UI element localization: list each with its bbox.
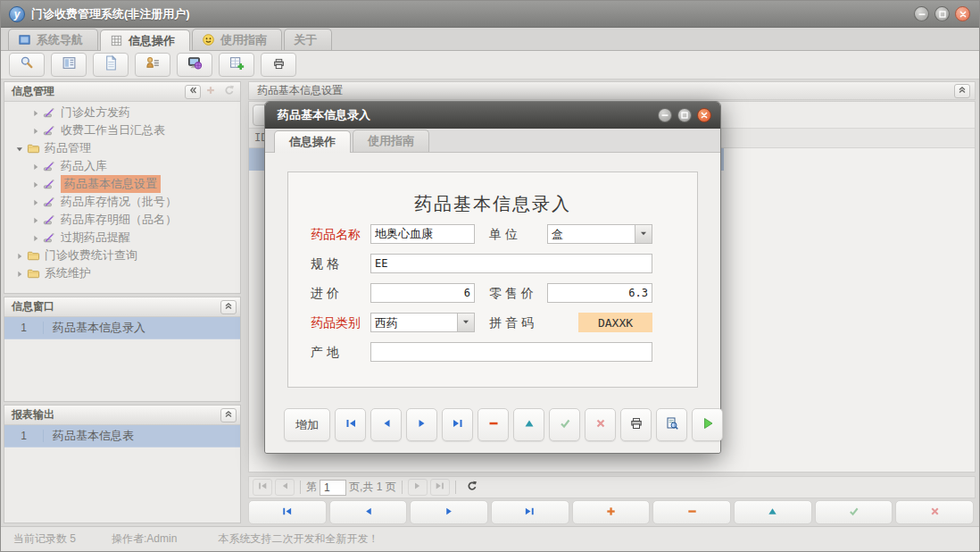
maximize-button[interactable] — [934, 6, 950, 21]
chevron-down-icon[interactable] — [635, 225, 652, 243]
next-button[interactable] — [406, 408, 437, 441]
search-tool-button[interactable] — [9, 53, 45, 77]
check-icon — [848, 505, 860, 521]
dialog-minimize-button[interactable] — [658, 108, 672, 122]
tree-item[interactable]: 门诊处方发药 — [5, 104, 239, 121]
purchase-price-input[interactable] — [370, 283, 475, 303]
table-add-tool-button[interactable] — [219, 53, 254, 77]
page-prefix-label: 第 — [306, 480, 317, 495]
print-button[interactable] — [620, 408, 652, 441]
dialog-body: 药品基本信息录入 药品名称 单 位 盒 规 格 进 价 零 售 价 药品类别 西… — [265, 153, 720, 453]
tree-item[interactable]: 过期药品提醒 — [5, 229, 239, 247]
tab-about[interactable]: 关于 — [284, 29, 332, 50]
nav-up-button[interactable] — [734, 500, 812, 524]
add-button[interactable]: 增加 — [284, 408, 330, 441]
nav-last-button[interactable] — [491, 500, 569, 524]
delete-button[interactable] — [478, 408, 509, 441]
report-row[interactable]: 1药品基本信息表 — [4, 425, 240, 447]
form-tool-button[interactable] — [51, 53, 87, 77]
dialog-maximize-button[interactable] — [677, 108, 692, 122]
monitor-tool-button[interactable] — [177, 53, 212, 77]
nav-cross-button[interactable] — [895, 500, 974, 524]
tree-item-label: 门诊收费统计查询 — [45, 247, 137, 263]
tree-item[interactable]: 药品库存情况（批号） — [5, 193, 239, 211]
smiley-icon — [202, 33, 215, 46]
nav-plus-button[interactable] — [572, 500, 651, 524]
nav-prev-button[interactable] — [329, 500, 408, 524]
last-button[interactable] — [442, 408, 473, 441]
caret-right-icon[interactable] — [29, 126, 41, 136]
play-icon — [702, 417, 714, 432]
tab-info-ops[interactable]: 信息操作 — [100, 29, 190, 51]
pinyin-label: 拼 音 码 — [489, 313, 534, 332]
dialog-tab-0[interactable]: 信息操作 — [274, 130, 351, 153]
tree-item[interactable]: 药品管理 — [5, 139, 239, 157]
record-count-label: 当前记录数 5 — [13, 531, 76, 547]
caret-right-icon[interactable] — [29, 197, 41, 207]
category-select[interactable]: 西药 — [370, 313, 475, 332]
folder-icon — [27, 249, 40, 263]
tree-item[interactable]: 药品基本信息设置 — [5, 175, 239, 193]
minimize-button[interactable] — [914, 6, 929, 21]
origin-input[interactable] — [370, 342, 652, 362]
tree-item[interactable]: 门诊收费统计查询 — [5, 247, 239, 264]
caret-right-icon[interactable] — [29, 233, 41, 243]
caret-right-icon[interactable] — [12, 251, 25, 261]
retail-price-input[interactable] — [547, 283, 652, 303]
nav-next-button[interactable] — [410, 500, 488, 524]
first-button[interactable] — [335, 408, 366, 441]
nav-check-button[interactable] — [815, 500, 893, 524]
caret-right-icon[interactable] — [29, 108, 41, 118]
add-button[interactable] — [203, 85, 219, 99]
page-number-input[interactable] — [320, 480, 346, 496]
document-tool-button[interactable] — [93, 53, 129, 77]
preview-button[interactable] — [656, 408, 687, 441]
nav-first-button[interactable] — [248, 500, 327, 524]
post-button[interactable] — [549, 408, 580, 441]
collapse-sidebar-button[interactable] — [185, 85, 201, 99]
info-management-panel: 信息管理 门诊处方发药收费工作当日汇总表药品管理药品入库药品基本信息设置药品库存… — [4, 81, 241, 294]
tree-item[interactable]: 药品入库 — [5, 157, 239, 175]
printer-tool-button[interactable] — [261, 53, 296, 77]
prev-button[interactable] — [370, 408, 402, 441]
info-window-row[interactable]: 1药品基本信息录入 — [4, 317, 240, 339]
caret-right-icon[interactable] — [29, 162, 41, 171]
tree-item-label: 药品管理 — [45, 140, 91, 156]
main-tab-bar: 系统导航信息操作使用指南关于 — [1, 28, 979, 51]
tab-user-guide[interactable]: 使用指南 — [192, 29, 282, 50]
collapse-report-output-button[interactable] — [220, 408, 237, 422]
chevron-down-icon[interactable] — [457, 314, 474, 331]
caret-down-icon[interactable] — [12, 144, 25, 154]
caret-right-icon[interactable] — [12, 269, 25, 279]
collapse-info-windows-button[interactable] — [220, 300, 237, 314]
tree-item[interactable]: 收费工作当日汇总表 — [5, 121, 239, 139]
user-list-tool-button[interactable] — [135, 53, 170, 77]
spec-input[interactable] — [370, 254, 652, 273]
edit-button[interactable] — [513, 408, 544, 441]
up-icon — [767, 505, 778, 521]
caret-right-icon[interactable] — [29, 215, 41, 225]
tab-system-nav[interactable]: 系统导航 — [8, 29, 98, 50]
page-next-button[interactable] — [408, 479, 428, 496]
cancel-button[interactable] — [585, 408, 616, 441]
page-first-button[interactable] — [253, 479, 272, 496]
page-refresh-button[interactable] — [461, 479, 481, 496]
refresh-icon — [466, 481, 477, 494]
run-button[interactable] — [692, 408, 723, 441]
nav-minus-button[interactable] — [652, 500, 731, 524]
tree-item[interactable]: 系统维护 — [5, 264, 239, 282]
refresh-button[interactable] — [220, 85, 237, 99]
dialog-close-button[interactable] — [697, 108, 711, 122]
close-button[interactable] — [955, 6, 970, 21]
tree-item[interactable]: 药品库存明细（品名） — [5, 211, 239, 229]
unit-select[interactable]: 盒 — [547, 224, 652, 244]
collapse-main-panel-button[interactable] — [954, 84, 970, 98]
page-last-button[interactable] — [430, 479, 450, 496]
form-title: 药品基本信息录入 — [288, 192, 697, 216]
monitor-icon — [187, 55, 203, 74]
caret-right-icon[interactable] — [29, 180, 41, 189]
page-prev-button[interactable] — [275, 479, 295, 496]
tab-label: 关于 — [294, 32, 317, 48]
drug-name-input[interactable] — [370, 224, 475, 244]
dialog-tab-1[interactable]: 使用指南 — [353, 130, 429, 152]
